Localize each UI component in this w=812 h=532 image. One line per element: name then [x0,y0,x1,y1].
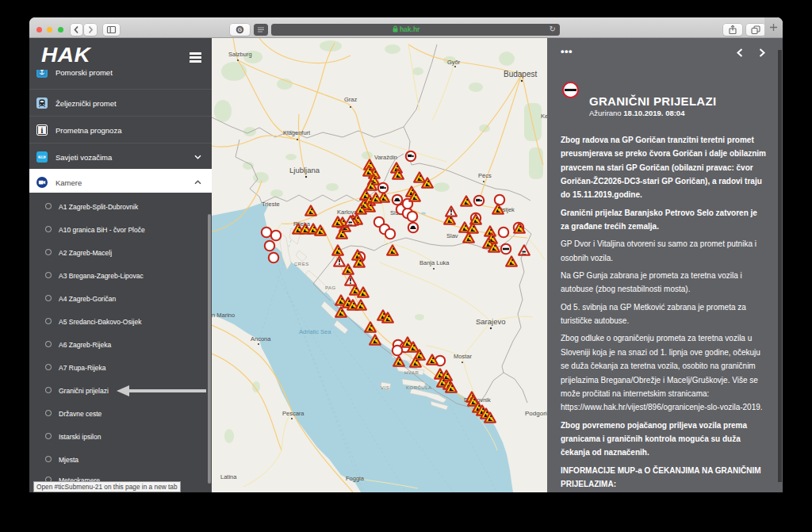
svg-text:Varaždin: Varaždin [374,154,397,161]
svg-text:Budapest: Budapest [504,70,537,78]
svg-text:Banja Luka: Banja Luka [419,259,450,266]
svg-text:HVAR: HVAR [404,370,419,375]
svg-text:Mostar: Mostar [454,353,472,360]
svg-text:n Marino: n Marino [212,312,235,319]
svg-text:CRES: CRES [294,262,309,266]
svg-text:Sarajevo: Sarajevo [476,317,506,326]
svg-text:HAK: HAK [40,155,45,159]
svg-text:Klagenfurt: Klagenfurt [283,129,311,136]
svg-text:PAG: PAG [325,285,336,290]
svg-text:Győr: Győr [447,59,461,66]
svg-text:Ke: Ke [541,113,547,120]
svg-text:Latina: Latina [220,473,237,480]
svg-text:Podgorica: Podgorica [525,410,547,417]
svg-text:Ljubljana: Ljubljana [289,166,320,174]
svg-text:Adriatic Sea: Adriatic Sea [299,328,331,335]
svg-text:Slav: Slav [446,232,458,239]
svg-text:Ancona: Ancona [251,335,271,343]
svg-text:Pécs: Pécs [478,172,492,179]
svg-text:Salzburg: Salzburg [228,51,252,58]
svg-text:Trieste: Trieste [262,201,280,208]
svg-text:KORČULA: KORČULA [406,385,432,390]
svg-text:G: G [238,27,243,33]
svg-text:Graz: Graz [344,96,358,103]
svg-text:Foggia: Foggia [346,475,365,482]
svg-text:VIS: VIS [381,385,389,390]
svg-text:i: i [41,126,44,135]
svg-text:HAK: HAK [41,47,92,64]
svg-text:Pescara: Pescara [282,410,304,417]
